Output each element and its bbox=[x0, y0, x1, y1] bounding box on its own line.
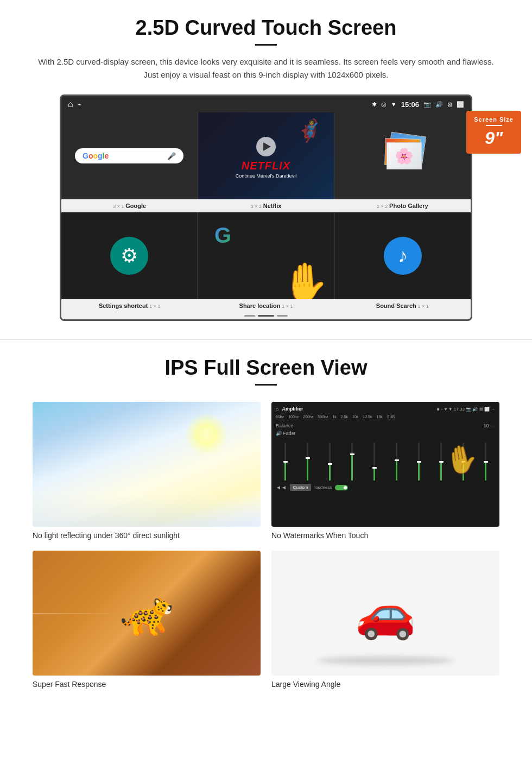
volume-icon[interactable]: 🔊 bbox=[435, 101, 443, 108]
sun-effect bbox=[185, 413, 228, 456]
amp-icons: ■ ·· ♥ ▼ 17:33 📷 🔊 ⊠ ⬜ → bbox=[437, 407, 495, 412]
amp-bottom: ◄◄ Custom loudness bbox=[276, 484, 495, 491]
google-label: 3 × 1 Google bbox=[61, 201, 198, 210]
photo-name: Photo Gallery bbox=[389, 203, 428, 209]
gear-icon: ⚙ bbox=[121, 244, 138, 267]
sunlight-caption: No light reflecting under 360° direct su… bbox=[33, 531, 261, 540]
dot-1[interactable] bbox=[244, 315, 255, 317]
photo-stack: 🌸 bbox=[381, 134, 425, 178]
slider-5 bbox=[365, 443, 384, 481]
sound-label: Sound Search 1 × 1 bbox=[334, 301, 471, 310]
daredevil-figure: 🦸 bbox=[296, 118, 323, 143]
google-app-cell[interactable]: Google 🎤 bbox=[61, 112, 197, 199]
motion-blur bbox=[33, 613, 124, 614]
play-triangle bbox=[263, 142, 271, 151]
feature-grid: No light reflecting under 360° direct su… bbox=[33, 402, 499, 689]
settings-name: Settings shortcut bbox=[99, 302, 148, 309]
dot-2[interactable] bbox=[258, 315, 274, 317]
close-icon[interactable]: ⊠ bbox=[447, 101, 452, 108]
hand-on-slider-icon: ✋ bbox=[442, 441, 481, 478]
google-logo: Google bbox=[83, 152, 109, 160]
app-labels-bottom: Settings shortcut 1 × 1 Share location 1… bbox=[61, 299, 471, 312]
netflix-play-button[interactable] bbox=[256, 137, 276, 156]
window-icon[interactable]: ⬜ bbox=[457, 101, 464, 108]
mic-icon[interactable]: 🎤 bbox=[167, 152, 176, 160]
car-caption: Large Viewing Angle bbox=[271, 680, 499, 689]
slider-1 bbox=[276, 443, 295, 481]
amp-sliders: ✋ bbox=[276, 437, 495, 481]
status-bar: ⌂ ⌁ ✱ ◎ ▼ 15:06 📷 🔊 ⊠ ⬜ bbox=[61, 96, 471, 112]
slider-6 bbox=[387, 443, 406, 481]
flower-icon: 🌸 bbox=[395, 147, 414, 165]
section2-title: IPS Full Screen View bbox=[33, 356, 499, 380]
share-location-cell[interactable]: G 🤚 bbox=[198, 212, 334, 299]
car-image: 🚗 bbox=[271, 551, 499, 676]
amp-labels: Balance 10 — bbox=[276, 423, 495, 428]
photo-size: 2 × 2 bbox=[377, 204, 388, 209]
netflix-app-cell[interactable]: NETFLIX Continue Marvel's Daredevil 🦸 bbox=[198, 112, 334, 199]
sunlight-image bbox=[33, 402, 261, 527]
amp-left-arrow[interactable]: ◄◄ bbox=[276, 484, 287, 490]
photo-gallery-cell[interactable]: 🌸 bbox=[335, 112, 471, 199]
car-shadow bbox=[317, 657, 454, 665]
netflix-label: 3 × 2 Netflix bbox=[198, 201, 334, 210]
cheetah-caption: Super Fast Response bbox=[33, 680, 261, 689]
badge-size: 9" bbox=[474, 128, 514, 148]
slider-7 bbox=[409, 443, 428, 481]
ips-section: IPS Full Screen View No light reflecting… bbox=[0, 356, 532, 710]
amp-loudness-toggle[interactable] bbox=[335, 485, 348, 490]
hand-gesture-icon: 🤚 bbox=[281, 260, 328, 299]
car-top-view-icon: 🚗 bbox=[355, 585, 416, 642]
status-time: 15:06 bbox=[401, 100, 419, 109]
share-name: Share location bbox=[239, 302, 281, 309]
photo-layer-3: 🌸 bbox=[387, 142, 422, 169]
screen-size-badge: Screen Size 9" bbox=[466, 111, 521, 154]
location-icon: ◎ bbox=[381, 101, 387, 108]
amp-header: ⌂ Amplifier ■ ·· ♥ ▼ 17:33 📷 🔊 ⊠ ⬜ → bbox=[276, 406, 495, 412]
slider-4 bbox=[343, 443, 362, 481]
usb-icon: ⌁ bbox=[78, 101, 81, 108]
app-grid-bottom: ⚙ G 🤚 ♪ bbox=[61, 212, 471, 299]
amp-custom-button[interactable]: Custom bbox=[290, 484, 312, 491]
amplifier-caption: No Watermarks When Touch bbox=[271, 531, 499, 540]
netflix-subtitle: Continue Marvel's Daredevil bbox=[236, 173, 296, 179]
cheetah-icon: 🐆 bbox=[119, 588, 174, 639]
section1-description: With 2.5D curved-display screen, this de… bbox=[33, 55, 499, 81]
slider-2 bbox=[298, 443, 317, 481]
share-label: Share location 1 × 1 bbox=[198, 301, 334, 310]
amp-fader: 🔊 Fader bbox=[276, 431, 495, 436]
netflix-name: Netflix bbox=[263, 203, 282, 209]
amplifier-feature: ⌂ Amplifier ■ ·· ♥ ▼ 17:33 📷 🔊 ⊠ ⬜ → 60h… bbox=[271, 402, 499, 540]
title-divider bbox=[255, 44, 277, 46]
sunlight-feature: No light reflecting under 360° direct su… bbox=[33, 402, 261, 540]
google-size: 3 × 1 bbox=[113, 204, 124, 209]
badge-title: Screen Size bbox=[474, 116, 514, 123]
cheetah-feature: 🐆 Super Fast Response bbox=[33, 551, 261, 689]
amplifier-image: ⌂ Amplifier ■ ·· ♥ ▼ 17:33 📷 🔊 ⊠ ⬜ → 60h… bbox=[271, 402, 499, 527]
google-search-bar[interactable]: Google 🎤 bbox=[75, 148, 183, 163]
google-g-icon: G bbox=[214, 223, 231, 248]
slider-3 bbox=[320, 443, 339, 481]
photo-label: 2 × 2 Photo Gallery bbox=[334, 201, 471, 210]
sound-search-cell[interactable]: ♪ bbox=[335, 212, 471, 299]
music-note-icon: ♪ bbox=[398, 244, 408, 267]
home-icon[interactable]: ⌂ bbox=[68, 99, 73, 109]
sky-gradient bbox=[33, 494, 261, 527]
amp-loudness-label: loudness bbox=[314, 485, 332, 490]
share-size: 1 × 1 bbox=[282, 304, 293, 309]
camera-icon[interactable]: 📷 bbox=[423, 101, 431, 108]
google-name: Google bbox=[125, 203, 146, 209]
settings-label: Settings shortcut 1 × 1 bbox=[61, 301, 198, 310]
signal-icon: ▼ bbox=[391, 101, 397, 108]
sound-size: 1 × 1 bbox=[418, 304, 429, 309]
device-screen: ⌂ ⌁ ✱ ◎ ▼ 15:06 📷 🔊 ⊠ ⬜ Google bbox=[60, 94, 472, 321]
amp-title: Amplifier bbox=[282, 406, 303, 412]
curved-screen-section: 2.5D Curved Touch Screen With 2.5D curve… bbox=[0, 0, 532, 323]
car-feature: 🚗 Large Viewing Angle bbox=[271, 551, 499, 689]
settings-app-cell[interactable]: ⚙ bbox=[61, 212, 197, 299]
sound-name: Sound Search bbox=[376, 302, 416, 309]
bluetooth-icon: ✱ bbox=[372, 101, 377, 108]
dot-3[interactable] bbox=[277, 315, 288, 317]
amp-home-icon: ⌂ bbox=[276, 406, 278, 412]
ips-title-divider bbox=[255, 384, 277, 386]
